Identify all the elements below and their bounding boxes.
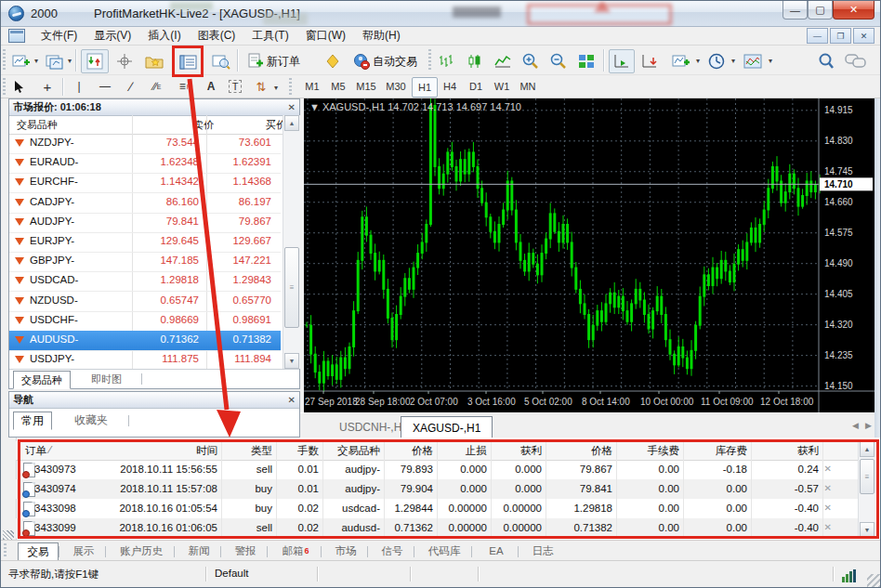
child-minimize-button[interactable]: — (807, 28, 828, 44)
market-watch-row-gbpjpy[interactable]: GBPJPY-147.185147.221 (9, 252, 281, 272)
new-chart-dropdown[interactable]: ▾ (34, 57, 38, 65)
orders-column-5[interactable]: 价格 (412, 444, 433, 458)
terminal-tab-3[interactable]: 新闻 (179, 542, 218, 559)
chart-canvas[interactable]: 14.91514.83014.74514.66014.57514.49014.4… (304, 98, 874, 412)
chart-shift-button[interactable] (609, 49, 635, 73)
chart-tab-xagusd[interactable]: XAGUSD-,H1 (401, 416, 493, 438)
autotrading-button[interactable]: 自动交易 (348, 49, 422, 73)
close-button[interactable]: ✕ (833, 1, 874, 20)
terminal-tab-4[interactable]: 警报 (226, 542, 265, 559)
indicators-dropdown[interactable]: ▾ (696, 57, 700, 65)
orders-column-7[interactable]: 获利 (520, 444, 542, 458)
market-watch-button[interactable] (81, 49, 109, 73)
horizontal-line-tool[interactable]: — (94, 77, 116, 96)
channel-tool[interactable]: ∕∕E (146, 77, 168, 96)
close-order-icon[interactable]: ✕ (824, 522, 832, 532)
terminal-tab-8[interactable]: 代码库 (419, 542, 469, 559)
market-watch-row-usdcad[interactable]: USDCAD-1.298181.29843 (9, 271, 281, 292)
menu-item-2[interactable]: 插入(I) (139, 26, 189, 46)
orders-column-10[interactable]: 库存费 (716, 444, 748, 458)
terminal-tab-10[interactable]: 日志 (523, 542, 562, 559)
terminal-tab-7[interactable]: 信号 (373, 542, 412, 559)
orders-column-8[interactable]: 价格 (591, 444, 612, 458)
terminal-tabs-grip[interactable] (4, 543, 7, 558)
orders-column-0[interactable]: 订单 (25, 444, 46, 458)
scrollbar-thumb[interactable]: ≡ (860, 459, 874, 494)
bar-chart-button[interactable] (434, 49, 460, 73)
terminal-grip[interactable] (1, 438, 17, 540)
close-order-icon[interactable]: ✕ (824, 503, 832, 513)
close-order-icon[interactable]: ✕ (824, 483, 832, 493)
scroll-down-icon[interactable]: ▼ (860, 522, 874, 538)
terminal-scrollbar[interactable]: ▲ ≡ ▼ (858, 441, 875, 538)
chat-icon[interactable] (841, 49, 871, 73)
terminal-tab-1[interactable]: 展示 (64, 542, 103, 559)
tab-tick-chart[interactable]: 即时图 (84, 371, 129, 387)
profiles-dropdown[interactable]: ▾ (68, 57, 72, 65)
menu-item-1[interactable]: 显示(V) (85, 26, 139, 46)
timeframe-mn[interactable]: MN (516, 77, 540, 96)
candlestick-button[interactable] (462, 49, 488, 73)
arrows-tool[interactable]: ⇅ (250, 77, 272, 96)
market-watch-row-audjpy[interactable]: AUDJPY-79.84179.867 (9, 213, 281, 233)
status-profile[interactable]: Default (215, 568, 248, 579)
orders-column-2[interactable]: 类型 (251, 444, 272, 458)
toolbar-grip[interactable] (3, 49, 6, 72)
indicators-button[interactable] (668, 49, 694, 73)
search-icon[interactable] (813, 49, 839, 73)
market-watch-close-icon[interactable]: ✕ (288, 102, 296, 112)
terminal-button[interactable] (176, 51, 202, 73)
new-chart-button[interactable] (8, 49, 34, 73)
market-watch-scrollbar[interactable]: ▲ ≡ ▼ (283, 115, 300, 369)
menu-item-6[interactable]: 帮助(H) (354, 26, 409, 46)
orders-column-3[interactable]: 手数 (297, 444, 319, 458)
navigator-close-icon[interactable]: ✕ (288, 395, 296, 405)
zoom-in-button[interactable] (518, 49, 544, 73)
market-watch-row-cadjpy[interactable]: CADJPY-86.16086.197 (9, 193, 281, 214)
resize-grip[interactable] (867, 574, 880, 587)
scrollbar-thumb[interactable]: ≡ (284, 247, 299, 328)
tab-right-icon[interactable]: ▶ (865, 421, 872, 430)
line-chart-button[interactable] (490, 49, 516, 73)
menu-item-5[interactable]: 窗口(W) (297, 26, 354, 46)
timeframe-w1[interactable]: W1 (490, 77, 514, 96)
maximize-button[interactable]: ▢ (808, 1, 833, 20)
templates-dropdown[interactable]: ▾ (769, 57, 772, 65)
market-watch-row-nzdjpy[interactable]: NZDJPY-73.54473.601 (9, 134, 281, 154)
terminal-tab-9[interactable]: EA (477, 542, 516, 559)
tab-left-icon[interactable]: ◀ (852, 421, 859, 430)
orders-column-9[interactable]: 手续费 (648, 444, 680, 458)
menu-item-4[interactable]: 工具(T) (243, 26, 296, 46)
timeframe-m5[interactable]: M5 (326, 77, 350, 96)
market-watch-row-euraud[interactable]: EURAUD-1.623481.62391 (9, 153, 281, 174)
vertical-line-tool[interactable]: | (68, 77, 90, 96)
column-bid[interactable]: 卖价 (193, 118, 214, 132)
tab-symbols[interactable]: 交易品种 (13, 371, 71, 389)
auto-scroll-button[interactable] (637, 49, 663, 73)
arrows-dropdown[interactable]: ▾ (274, 84, 278, 92)
terminal-tab-2[interactable]: 账户历史 (111, 542, 172, 559)
tab-common[interactable]: 常用 (13, 412, 52, 430)
menu-item-0[interactable]: 文件(F) (33, 26, 85, 46)
data-window-button[interactable] (111, 49, 138, 73)
timeframe-m1[interactable]: M1 (300, 77, 324, 96)
market-watch-row-usdjpy[interactable]: USDJPY-111.875111.894 (9, 350, 281, 371)
market-watch-row-usdchf[interactable]: USDCHF-0.986690.98691 (9, 311, 281, 332)
cursor-tool[interactable] (8, 77, 31, 96)
crosshair-tool[interactable]: + (36, 77, 59, 96)
new-order-button[interactable]: 新订单 (243, 49, 305, 73)
templates-button[interactable] (739, 49, 767, 73)
orders-column-4[interactable]: 交易品种 (337, 444, 380, 458)
minimize-button[interactable]: — (782, 1, 808, 20)
scroll-up-icon[interactable]: ▲ (284, 115, 299, 131)
orders-column-6[interactable]: 止损 (466, 444, 487, 458)
timeframe-m30[interactable]: M30 (382, 77, 410, 96)
tab-favorites[interactable]: 收藏夹 (67, 412, 115, 428)
tile-windows-button[interactable] (573, 49, 599, 73)
terminal-tab-5[interactable]: 邮箱6 (272, 542, 319, 559)
zoom-out-button[interactable] (546, 49, 572, 73)
profiles-button[interactable] (42, 49, 68, 73)
toolbar-grip[interactable] (3, 78, 6, 96)
chart-system-icon[interactable] (8, 29, 25, 43)
scroll-up-icon[interactable]: ▲ (860, 441, 874, 457)
